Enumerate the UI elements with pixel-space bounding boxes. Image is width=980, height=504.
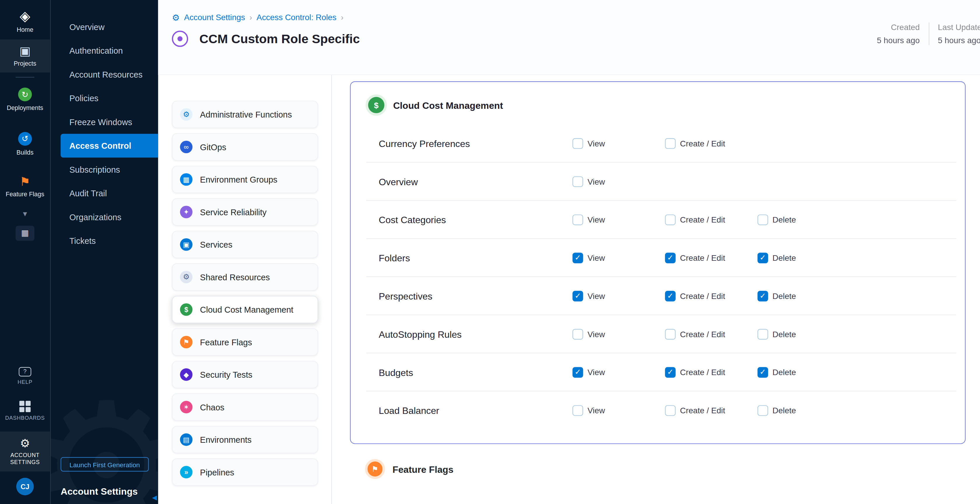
- resource-label: Cloud Cost Management: [200, 305, 293, 314]
- create-edit-checkbox[interactable]: [665, 329, 675, 339]
- resource-label: Services: [200, 240, 232, 249]
- permission-row: AutoStopping Rules View Create / Edit De…: [366, 315, 956, 354]
- card-header: $ Cloud Cost Management: [351, 82, 965, 124]
- sidebar-item-subscriptions[interactable]: Subscriptions: [60, 158, 158, 181]
- view-checkbox[interactable]: [573, 367, 583, 377]
- sidebar-item-organizations[interactable]: Organizations: [60, 205, 158, 229]
- sidebar-item-audit-trail[interactable]: Audit Trail: [60, 182, 158, 205]
- created-label: Created: [891, 22, 920, 32]
- delete-checkbox[interactable]: [757, 252, 768, 263]
- resource-card-environment-groups[interactable]: ▦ Environment Groups: [172, 166, 318, 193]
- nav-dashboards-label: DASHBOARDS: [5, 415, 45, 421]
- permission-cell: View: [573, 176, 665, 187]
- permission-row: Overview View: [366, 163, 956, 201]
- role-target-icon: [172, 30, 188, 47]
- breadcrumb-account-settings-link[interactable]: Account Settings: [184, 13, 245, 22]
- launch-first-generation-button[interactable]: Launch First Generation: [60, 457, 149, 471]
- permission-resource-label: Load Balancer: [379, 405, 573, 416]
- create-edit-checkbox[interactable]: [665, 290, 675, 301]
- resource-label: Pipelines: [200, 467, 234, 477]
- view-checkbox[interactable]: [573, 214, 583, 225]
- create-edit-checkbox[interactable]: [665, 214, 675, 225]
- nav-help[interactable]: ? HELP: [0, 361, 50, 391]
- chevron-down-icon[interactable]: ▾: [23, 209, 27, 218]
- checkbox-label: Create / Edit: [680, 215, 725, 224]
- resource-card-gitops[interactable]: ∞ GitOps: [172, 133, 318, 161]
- checkbox-label: Delete: [772, 253, 796, 262]
- resource-label: Environment Groups: [200, 175, 277, 184]
- feature-flags-section-header: ⚑ Feature Flags: [350, 461, 966, 476]
- permission-cell: Create / Edit: [665, 405, 757, 416]
- breadcrumb-roles-link[interactable]: Access Control: Roles: [256, 13, 336, 22]
- checkbox-label: View: [587, 367, 605, 377]
- nav-builds[interactable]: ↺ Builds: [0, 126, 50, 161]
- nav-account-settings[interactable]: ⚙ ACCOUNT SETTINGS: [0, 432, 50, 472]
- security-tests-icon: ◆: [180, 368, 192, 381]
- page-header: ⚙ Account Settings › Access Control: Rol…: [158, 0, 980, 75]
- sidebar-item-overview[interactable]: Overview: [60, 15, 158, 38]
- chaos-icon: ✶: [180, 401, 192, 413]
- feature-flags-icon: ⚑: [368, 461, 382, 476]
- permission-resource-label: Overview: [379, 176, 573, 187]
- resource-card-chaos[interactable]: ✶ Chaos: [172, 394, 318, 421]
- nav-home[interactable]: ◈ Home: [0, 4, 50, 39]
- gear-icon: ⚙: [20, 438, 30, 450]
- sidebar-item-tickets[interactable]: Tickets: [60, 229, 158, 253]
- resource-card-services[interactable]: ▣ Services: [172, 231, 318, 258]
- resource-card-service-reliability[interactable]: ✦ Service Reliability: [172, 198, 318, 226]
- sidebar-item-access-control[interactable]: Access Control: [60, 134, 158, 158]
- delete-checkbox[interactable]: [757, 367, 768, 377]
- checkbox-label: View: [587, 329, 605, 339]
- nav-deployments[interactable]: ↻ Deployments: [0, 82, 50, 117]
- create-edit-checkbox[interactable]: [665, 138, 675, 148]
- user-avatar[interactable]: CJ: [16, 478, 34, 495]
- sidebar-item-account-resources[interactable]: Account Resources: [60, 62, 158, 86]
- resource-label: GitOps: [200, 142, 226, 152]
- resource-card-cloud-cost-management[interactable]: $ Cloud Cost Management: [172, 296, 318, 323]
- feature-flags-flag-icon: ⚑: [19, 175, 30, 188]
- view-checkbox[interactable]: [573, 138, 583, 148]
- card-title: Cloud Cost Management: [393, 100, 503, 110]
- view-checkbox[interactable]: [573, 290, 583, 301]
- module-grid-icon[interactable]: ▦: [16, 225, 34, 240]
- permission-cell: Create / Edit: [665, 214, 757, 225]
- permission-cell: View: [573, 252, 665, 263]
- view-checkbox[interactable]: [573, 252, 583, 263]
- pipelines-icon: »: [180, 466, 192, 478]
- resource-card-pipelines[interactable]: » Pipelines: [172, 458, 318, 486]
- permission-cell: View: [573, 290, 665, 301]
- nav-projects[interactable]: ▣ Projects: [0, 39, 50, 73]
- resource-card-administrative-functions[interactable]: ⚙ Administrative Functions: [172, 100, 318, 128]
- resource-card-feature-flags[interactable]: ⚑ Feature Flags: [172, 329, 318, 356]
- create-edit-checkbox[interactable]: [665, 367, 675, 377]
- delete-checkbox[interactable]: [757, 405, 768, 416]
- resource-card-security-tests[interactable]: ◆ Security Tests: [172, 361, 318, 388]
- feature-flags-icon: ⚑: [180, 336, 192, 348]
- delete-checkbox[interactable]: [757, 214, 768, 225]
- created-block: Created 5 hours ago: [877, 22, 920, 45]
- collapse-sidebar-icon[interactable]: ◀: [152, 494, 157, 501]
- view-checkbox[interactable]: [573, 329, 583, 339]
- resource-card-shared-resources[interactable]: ⚙ Shared Resources: [172, 263, 318, 291]
- delete-checkbox[interactable]: [757, 290, 768, 301]
- create-edit-checkbox[interactable]: [665, 252, 675, 263]
- view-checkbox[interactable]: [573, 405, 583, 416]
- nav-dashboards[interactable]: DASHBOARDS: [0, 395, 50, 427]
- delete-checkbox[interactable]: [757, 329, 768, 339]
- breadcrumb-gear-icon: ⚙: [172, 13, 180, 22]
- sidebar-item-authentication[interactable]: Authentication: [60, 39, 158, 62]
- resource-label: Service Reliability: [200, 207, 266, 217]
- view-checkbox[interactable]: [573, 176, 583, 187]
- sidebar-item-freeze-windows[interactable]: Freeze Windows: [60, 110, 158, 134]
- timestamps: Created 5 hours ago Last Updated 5 hours…: [877, 22, 980, 45]
- permission-resource-label: AutoStopping Rules: [379, 329, 573, 339]
- checkbox-label: Create / Edit: [680, 139, 725, 148]
- resource-card-environments[interactable]: ▤ Environments: [172, 426, 318, 453]
- permission-cell: View: [573, 214, 665, 225]
- builds-icon: ↺: [18, 132, 32, 145]
- create-edit-checkbox[interactable]: [665, 405, 675, 416]
- sidebar-item-policies[interactable]: Policies: [60, 86, 158, 110]
- nav-feature-flags[interactable]: ⚑ Feature Flags: [0, 170, 50, 204]
- permission-row: Budgets View Create / Edit Delete: [366, 353, 956, 391]
- breadcrumb-separator-icon: ›: [250, 13, 252, 22]
